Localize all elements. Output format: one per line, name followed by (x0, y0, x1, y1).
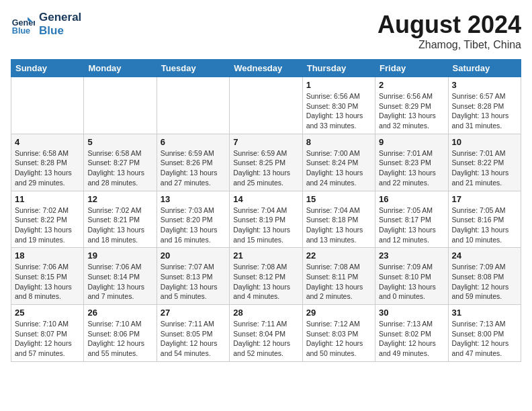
day-cell: 8Sunrise: 7:00 AM Sunset: 8:24 PM Daylig… (302, 134, 375, 191)
day-cell: 19Sunrise: 7:06 AM Sunset: 8:14 PM Dayli… (84, 248, 157, 305)
month-year-title: August 2024 (378, 11, 521, 39)
logo-blue: Blue (39, 24, 81, 38)
week-row-5: 25Sunrise: 7:10 AM Sunset: 8:07 PM Dayli… (11, 305, 521, 362)
day-detail: Sunrise: 7:05 AM Sunset: 8:17 PM Dayligh… (379, 205, 444, 245)
day-cell: 26Sunrise: 7:10 AM Sunset: 8:06 PM Dayli… (84, 305, 157, 362)
day-cell: 7Sunrise: 6:59 AM Sunset: 8:25 PM Daylig… (230, 134, 302, 191)
day-detail: Sunrise: 7:09 AM Sunset: 8:08 PM Dayligh… (452, 262, 517, 302)
day-detail: Sunrise: 7:02 AM Sunset: 8:22 PM Dayligh… (15, 205, 80, 245)
day-detail: Sunrise: 7:07 AM Sunset: 8:13 PM Dayligh… (161, 262, 226, 302)
logo-general: General (39, 11, 81, 24)
day-number: 8 (306, 137, 371, 147)
day-number: 29 (306, 308, 371, 318)
day-cell: 1Sunrise: 6:56 AM Sunset: 8:30 PM Daylig… (302, 77, 375, 134)
day-detail: Sunrise: 6:57 AM Sunset: 8:28 PM Dayligh… (452, 91, 517, 131)
day-cell: 4Sunrise: 6:58 AM Sunset: 8:28 PM Daylig… (11, 134, 84, 191)
day-cell: 9Sunrise: 7:01 AM Sunset: 8:23 PM Daylig… (375, 134, 448, 191)
day-cell: 25Sunrise: 7:10 AM Sunset: 8:07 PM Dayli… (11, 305, 84, 362)
day-number: 5 (87, 137, 152, 147)
header-thursday: Thursday (302, 60, 375, 77)
week-row-2: 4Sunrise: 6:58 AM Sunset: 8:28 PM Daylig… (11, 134, 521, 191)
day-cell: 18Sunrise: 7:06 AM Sunset: 8:15 PM Dayli… (11, 248, 84, 305)
day-detail: Sunrise: 7:01 AM Sunset: 8:22 PM Dayligh… (452, 148, 517, 188)
day-detail: Sunrise: 7:08 AM Sunset: 8:11 PM Dayligh… (306, 262, 371, 302)
day-detail: Sunrise: 7:10 AM Sunset: 8:07 PM Dayligh… (15, 319, 80, 359)
day-number: 20 (161, 250, 226, 261)
day-detail: Sunrise: 7:02 AM Sunset: 8:21 PM Dayligh… (87, 205, 152, 245)
day-cell: 15Sunrise: 7:04 AM Sunset: 8:18 PM Dayli… (302, 191, 375, 248)
day-cell (11, 77, 84, 134)
location-subtitle: Zhamog, Tibet, China (378, 39, 521, 51)
day-detail: Sunrise: 7:13 AM Sunset: 8:00 PM Dayligh… (452, 319, 517, 359)
day-number: 7 (233, 137, 298, 147)
day-number: 24 (452, 250, 517, 261)
week-row-3: 11Sunrise: 7:02 AM Sunset: 8:22 PM Dayli… (11, 191, 521, 248)
day-number: 1 (306, 80, 371, 90)
day-number: 3 (452, 80, 517, 90)
day-cell: 6Sunrise: 6:59 AM Sunset: 8:26 PM Daylig… (157, 134, 229, 191)
day-detail: Sunrise: 7:13 AM Sunset: 8:02 PM Dayligh… (379, 319, 444, 359)
header-tuesday: Tuesday (157, 60, 229, 77)
day-detail: Sunrise: 6:59 AM Sunset: 8:26 PM Dayligh… (161, 148, 226, 188)
header-friday: Friday (375, 60, 448, 77)
day-number: 10 (452, 137, 517, 147)
day-cell: 30Sunrise: 7:13 AM Sunset: 8:02 PM Dayli… (375, 305, 448, 362)
week-row-1: 1Sunrise: 6:56 AM Sunset: 8:30 PM Daylig… (11, 77, 521, 134)
day-cell: 21Sunrise: 7:08 AM Sunset: 8:12 PM Dayli… (230, 248, 302, 305)
day-number: 9 (379, 137, 444, 147)
day-number: 22 (306, 250, 371, 261)
page-header: General Blue General Blue August 2024 Zh… (11, 11, 521, 51)
day-cell: 14Sunrise: 7:04 AM Sunset: 8:19 PM Dayli… (230, 191, 302, 248)
day-number: 12 (87, 194, 152, 204)
day-cell: 13Sunrise: 7:03 AM Sunset: 8:20 PM Dayli… (157, 191, 229, 248)
header-sunday: Sunday (11, 60, 84, 77)
day-number: 31 (452, 308, 517, 318)
day-number: 23 (379, 250, 444, 261)
day-cell: 28Sunrise: 7:11 AM Sunset: 8:04 PM Dayli… (230, 305, 302, 362)
day-detail: Sunrise: 6:58 AM Sunset: 8:28 PM Dayligh… (15, 148, 80, 188)
day-detail: Sunrise: 7:01 AM Sunset: 8:23 PM Dayligh… (379, 148, 444, 188)
day-number: 17 (452, 194, 517, 204)
day-number: 30 (379, 308, 444, 318)
day-number: 28 (233, 308, 298, 318)
day-detail: Sunrise: 7:11 AM Sunset: 8:05 PM Dayligh… (161, 319, 226, 359)
day-number: 14 (233, 194, 298, 204)
day-detail: Sunrise: 7:05 AM Sunset: 8:16 PM Dayligh… (452, 205, 517, 245)
calendar-header-row: SundayMondayTuesdayWednesdayThursdayFrid… (11, 60, 521, 77)
day-detail: Sunrise: 7:06 AM Sunset: 8:14 PM Dayligh… (87, 262, 152, 302)
day-detail: Sunrise: 7:12 AM Sunset: 8:03 PM Dayligh… (306, 319, 371, 359)
day-detail: Sunrise: 6:56 AM Sunset: 8:29 PM Dayligh… (379, 91, 444, 131)
day-cell (84, 77, 157, 134)
day-number: 13 (161, 194, 226, 204)
day-cell: 12Sunrise: 7:02 AM Sunset: 8:21 PM Dayli… (84, 191, 157, 248)
header-wednesday: Wednesday (230, 60, 302, 77)
day-detail: Sunrise: 7:00 AM Sunset: 8:24 PM Dayligh… (306, 148, 371, 188)
day-number: 6 (161, 137, 226, 147)
day-detail: Sunrise: 6:59 AM Sunset: 8:25 PM Dayligh… (233, 148, 298, 188)
day-detail: Sunrise: 7:09 AM Sunset: 8:10 PM Dayligh… (379, 262, 444, 302)
day-number: 15 (306, 194, 371, 204)
day-cell: 27Sunrise: 7:11 AM Sunset: 8:05 PM Dayli… (157, 305, 229, 362)
day-number: 25 (15, 308, 80, 318)
day-cell: 3Sunrise: 6:57 AM Sunset: 8:28 PM Daylig… (448, 77, 521, 134)
calendar-table: SundayMondayTuesdayWednesdayThursdayFrid… (11, 59, 521, 362)
day-cell: 2Sunrise: 6:56 AM Sunset: 8:29 PM Daylig… (375, 77, 448, 134)
week-row-4: 18Sunrise: 7:06 AM Sunset: 8:15 PM Dayli… (11, 248, 521, 305)
day-number: 4 (15, 137, 80, 147)
day-cell (230, 77, 302, 134)
day-number: 2 (379, 80, 444, 90)
day-cell: 10Sunrise: 7:01 AM Sunset: 8:22 PM Dayli… (448, 134, 521, 191)
day-cell: 29Sunrise: 7:12 AM Sunset: 8:03 PM Dayli… (302, 305, 375, 362)
day-detail: Sunrise: 6:56 AM Sunset: 8:30 PM Dayligh… (306, 91, 371, 131)
day-cell: 20Sunrise: 7:07 AM Sunset: 8:13 PM Dayli… (157, 248, 229, 305)
day-cell: 17Sunrise: 7:05 AM Sunset: 8:16 PM Dayli… (448, 191, 521, 248)
day-detail: Sunrise: 7:04 AM Sunset: 8:19 PM Dayligh… (233, 205, 298, 245)
day-number: 19 (87, 250, 152, 261)
day-cell: 16Sunrise: 7:05 AM Sunset: 8:17 PM Dayli… (375, 191, 448, 248)
day-number: 26 (87, 308, 152, 318)
day-cell: 11Sunrise: 7:02 AM Sunset: 8:22 PM Dayli… (11, 191, 84, 248)
logo-icon: General Blue (11, 12, 35, 36)
title-block: August 2024 Zhamog, Tibet, China (378, 11, 521, 51)
day-detail: Sunrise: 7:04 AM Sunset: 8:18 PM Dayligh… (306, 205, 371, 245)
header-monday: Monday (84, 60, 157, 77)
